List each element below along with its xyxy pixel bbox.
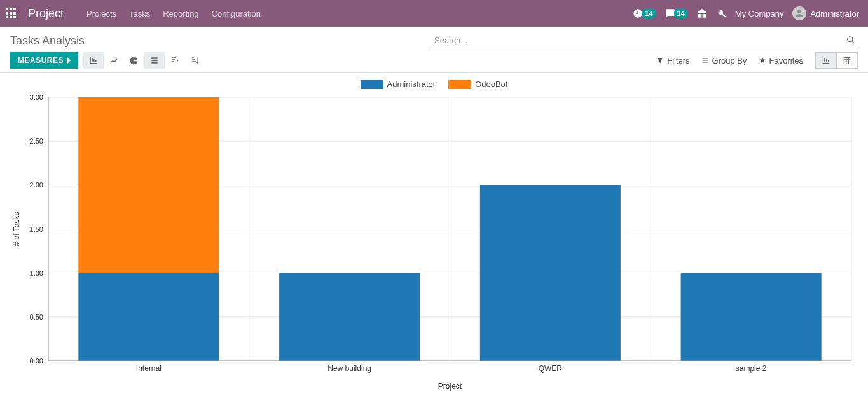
measures-label: MEASURES — [18, 56, 64, 65]
filters-button[interactable]: Filters — [656, 56, 689, 65]
svg-text:1.00: 1.00 — [30, 269, 43, 277]
legend-swatch — [361, 80, 383, 89]
search-input[interactable] — [432, 33, 858, 48]
stacked-button[interactable] — [144, 52, 165, 69]
list-icon — [701, 57, 709, 64]
graph-view-button[interactable] — [815, 52, 837, 69]
brand-title: Project — [28, 7, 64, 20]
svg-text:0.50: 0.50 — [30, 313, 43, 321]
activity-indicator[interactable]: 14 — [633, 8, 656, 18]
svg-text:2.50: 2.50 — [30, 137, 43, 145]
top-navbar: Project Projects Tasks Reporting Configu… — [0, 0, 868, 27]
pie-chart-button[interactable] — [124, 52, 144, 69]
groupby-button[interactable]: Group By — [701, 56, 747, 65]
wrench-icon[interactable] — [716, 8, 726, 18]
page-title: Tasks Analysis — [10, 34, 85, 48]
gift-icon[interactable] — [697, 8, 707, 18]
star-icon — [759, 57, 766, 64]
bar-segment — [78, 97, 219, 273]
x-tick-label: sample 2 — [736, 364, 767, 373]
svg-text:0.00: 0.00 — [30, 357, 43, 365]
bar-chart: 0.000.501.001.502.002.503.00InternalNew … — [10, 94, 858, 393]
activity-count: 14 — [642, 8, 656, 18]
control-panel: Tasks Analysis MEASURES Filters Gr — [0, 27, 868, 73]
svg-text:3.00: 3.00 — [30, 94, 43, 101]
sort-desc-button[interactable] — [165, 52, 185, 69]
favorites-button[interactable]: Favorites — [759, 56, 803, 65]
messaging-indicator[interactable]: 14 — [665, 8, 688, 18]
user-name: Administrator — [810, 9, 859, 18]
message-count: 14 — [674, 8, 688, 18]
measures-button[interactable]: MEASURES — [10, 52, 78, 69]
groupby-label: Group By — [712, 56, 747, 65]
bar-segment — [279, 273, 420, 361]
line-chart-button[interactable] — [104, 52, 124, 69]
x-tick-label: QWER — [539, 364, 563, 373]
bar-segment — [78, 273, 219, 361]
favorites-label: Favorites — [769, 56, 803, 65]
avatar-icon — [792, 6, 806, 20]
y-axis-label: # of Tasks — [12, 212, 21, 246]
legend-item[interactable]: OdooBot — [448, 79, 507, 89]
search-icon[interactable] — [846, 36, 855, 46]
x-axis-label: Project — [438, 382, 462, 391]
x-tick-label: New building — [327, 364, 371, 373]
legend-item[interactable]: Administrator — [361, 79, 436, 89]
chart-area: Administrator OdooBot 0.000.501.001.502.… — [0, 73, 868, 397]
svg-text:2.00: 2.00 — [30, 181, 43, 189]
legend-swatch — [448, 80, 471, 89]
funnel-icon — [656, 57, 664, 64]
svg-text:1.50: 1.50 — [30, 225, 43, 233]
bar-chart-button[interactable] — [83, 52, 104, 69]
x-tick-label: Internal — [136, 364, 162, 373]
caret-right-icon — [67, 57, 71, 64]
chart-legend: Administrator OdooBot — [10, 79, 858, 89]
company-switcher[interactable]: My Company — [735, 9, 784, 18]
nav-reporting[interactable]: Reporting — [163, 9, 198, 18]
user-menu[interactable]: Administrator — [792, 6, 859, 20]
bar-segment — [681, 273, 822, 361]
apps-icon[interactable] — [5, 7, 18, 20]
nav-configuration[interactable]: Configuration — [212, 9, 261, 18]
search-box — [432, 33, 858, 48]
bar-segment — [480, 185, 621, 361]
legend-label: OdooBot — [475, 79, 507, 89]
legend-label: Administrator — [387, 79, 436, 89]
pivot-view-button[interactable] — [836, 52, 858, 69]
nav-tasks[interactable]: Tasks — [129, 9, 150, 18]
filters-label: Filters — [667, 56, 689, 65]
sort-asc-button[interactable] — [185, 52, 205, 69]
main-menu: Projects Tasks Reporting Configuration — [86, 9, 261, 18]
nav-projects[interactable]: Projects — [86, 9, 116, 18]
